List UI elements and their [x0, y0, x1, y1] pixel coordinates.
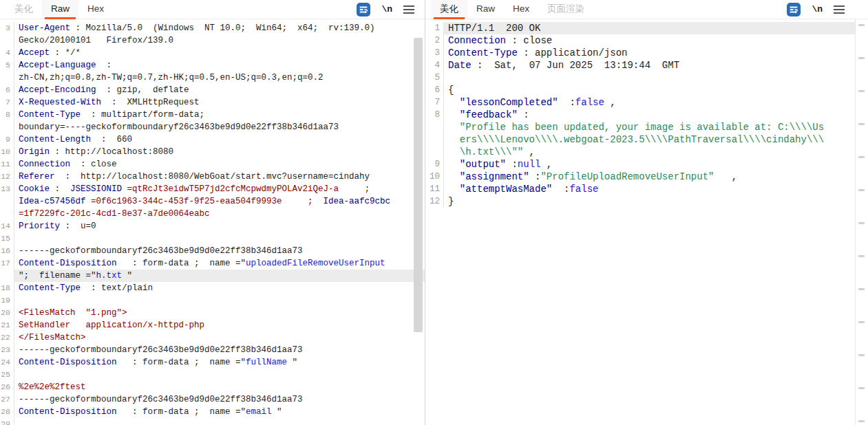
code-line: =1f7229fc-201c-4cd1-8e37-a7de0064eabc — [0, 208, 425, 220]
scroll-marker — [858, 354, 865, 356]
request-editor[interactable]: 3User-Agent : Mozilla/5.0 (Windows NT 10… — [0, 19, 425, 425]
request-scrollbar-thumb[interactable] — [414, 38, 423, 332]
code-line: 12Referer : http://localhost:8080/WebGoa… — [0, 171, 425, 183]
newline-icon[interactable]: \n — [381, 4, 392, 14]
code-text — [14, 232, 425, 245]
beautify-icon[interactable] — [787, 3, 801, 17]
code-text: ------geckoformboundaryf26c3463be9d9d0e2… — [14, 245, 425, 257]
scroll-marker-strip[interactable] — [855, 19, 868, 425]
menu-icon[interactable] — [403, 5, 414, 14]
newline-icon[interactable]: \n — [812, 4, 823, 14]
scroll-marker — [858, 420, 865, 422]
tab-beautify[interactable]: 美化 — [431, 0, 467, 19]
code-line: 20<FilesMatch "1.png"> — [0, 307, 425, 319]
response-editor[interactable]: 1HTTP/1.1 200 OK2Connection : close3Cont… — [425, 19, 856, 425]
request-toolbar: \n — [357, 0, 425, 19]
code-line: 24Content-Disposition : form-data ; name… — [0, 356, 425, 369]
code-line: 8 "feedback" : — [425, 109, 856, 121]
code-line: 4Accept : */* — [0, 47, 425, 59]
line-number: 6 — [0, 84, 14, 96]
code-text: </FilesMatch> — [14, 331, 425, 344]
code-text: Content-Disposition : form-data ; name =… — [14, 356, 425, 369]
code-text: Accept : */* — [14, 47, 425, 59]
code-text: "Profile has been updated, your image is… — [444, 121, 856, 133]
tab-beautify[interactable]: 美化 — [6, 0, 42, 19]
code-line: 22</FilesMatch> — [0, 331, 425, 344]
line-number: 5 — [0, 59, 14, 72]
code-text: Idea-c57456df =0f6c1963-344c-453f-9f25-e… — [14, 195, 425, 208]
line-number: 19 — [0, 294, 14, 307]
code-line: Gecko/20100101 Firefox/139.0 — [0, 34, 425, 47]
scroll-marker — [858, 387, 865, 389]
tab-page-render[interactable]: 页面渲染 — [538, 0, 593, 19]
line-number: 10 — [0, 146, 14, 158]
code-line: boundary=----geckoformboundaryf26c3463be… — [0, 121, 425, 133]
line-number: 12 — [0, 171, 14, 183]
line-number: 28 — [0, 406, 14, 418]
http-message-viewer: 美化RawHex \n — [0, 0, 868, 425]
line-number — [0, 121, 14, 133]
beautify-icon[interactable] — [357, 3, 370, 17]
scroll-marker — [858, 321, 865, 323]
code-line: 15 — [0, 232, 425, 245]
line-number — [0, 208, 14, 220]
code-text: Content-Type : multipart/form-data; — [14, 109, 425, 121]
line-number: 27 — [0, 393, 14, 406]
tab-hex[interactable]: Hex — [504, 0, 538, 19]
code-text: ------geckoformboundaryf26c3463be9d9d0e2… — [14, 344, 425, 356]
code-line: 3User-Agent : Mozilla/5.0 (Windows NT 10… — [0, 22, 425, 34]
code-text: "feedback" : — [444, 109, 856, 121]
line-number: 4 — [0, 47, 14, 59]
code-text: Content-Type : text/plain — [14, 282, 425, 294]
line-number: 23 — [0, 344, 14, 356]
scroll-marker — [858, 90, 865, 92]
code-line: "; filename ="h.txt " — [0, 270, 425, 282]
menu-icon[interactable] — [834, 5, 845, 14]
code-text: User-Agent : Mozilla/5.0 (Windows NT 10.… — [14, 22, 425, 34]
code-line: 29 — [0, 418, 425, 425]
response-tabbar: 美化RawHex页面渲染 \n — [425, 0, 868, 19]
code-text: <FilesMatch "1.png"> — [14, 307, 425, 319]
code-line: 19 — [0, 294, 425, 307]
code-line: Idea-c57456df =0f6c1963-344c-453f-9f25-e… — [0, 195, 425, 208]
line-number: 7 — [425, 96, 444, 109]
scroll-marker — [858, 156, 865, 158]
code-line: 1HTTP/1.1 200 OK — [425, 22, 856, 34]
code-text: Content-Length : 660 — [14, 133, 425, 146]
tab-raw[interactable]: Raw — [42, 0, 78, 19]
code-text: Accept-Language : — [14, 59, 425, 72]
tab-hex[interactable]: Hex — [78, 0, 113, 19]
code-line: zh-CN,zh;q=0.8,zh-TW;q=0.7,zh-HK;q=0.5,e… — [0, 72, 425, 84]
code-line: 10 "assignment" :"ProfileUploadRemoveUse… — [425, 171, 856, 183]
line-number: 20 — [0, 307, 14, 319]
code-text: "output" :null , — [444, 158, 856, 171]
code-text — [14, 294, 425, 307]
line-number — [0, 270, 14, 282]
response-panel: 美化RawHex页面渲染 \n — [425, 0, 868, 425]
code-line: "Profile has been updated, your image is… — [425, 121, 856, 133]
line-number: 5 — [425, 72, 444, 84]
code-line: 6{ — [425, 84, 856, 96]
code-line: 7X-Requested-With : XMLHttpRequest — [0, 96, 425, 109]
line-number — [425, 133, 444, 146]
code-text: ers\\\\Lenovo\\\\.webgoat-2023.5\\\\Path… — [444, 133, 856, 146]
code-text: Date : Sat, 07 Jun 2025 13:19:44 GMT — [444, 59, 856, 72]
line-number: 11 — [425, 183, 444, 195]
line-number: 22 — [0, 331, 14, 344]
line-number: 9 — [425, 158, 444, 171]
code-text — [14, 418, 425, 425]
scroll-marker — [858, 222, 865, 224]
line-number — [425, 146, 444, 158]
line-number: 6 — [425, 84, 444, 96]
tab-raw[interactable]: Raw — [467, 0, 504, 19]
line-number — [425, 121, 444, 133]
code-text: SetHandler application/x-httpd-php — [14, 319, 425, 331]
line-number: 21 — [0, 319, 14, 331]
code-line: 4Date : Sat, 07 Jun 2025 13:19:44 GMT — [425, 59, 856, 72]
code-line: 7 "lessonCompleted" :false , — [425, 96, 856, 109]
code-text: Connection : close — [14, 158, 425, 171]
code-text: Referer : http://localhost:8080/WebGoat/… — [14, 171, 425, 183]
line-number: 26 — [0, 381, 14, 393]
code-line: 21SetHandler application/x-httpd-php — [0, 319, 425, 331]
code-text: =1f7229fc-201c-4cd1-8e37-a7de0064eabc — [14, 208, 425, 220]
